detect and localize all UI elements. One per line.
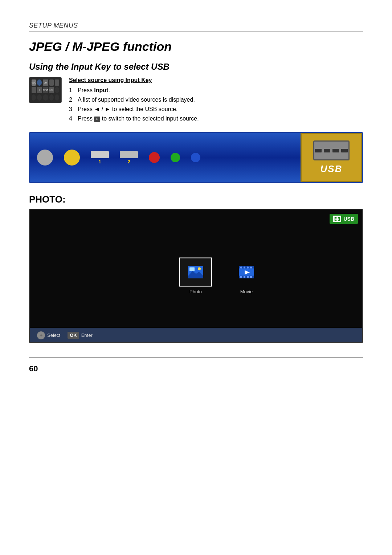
connector-group-7 bbox=[191, 153, 200, 162]
step-2-text: A list of supported video sources is dis… bbox=[78, 97, 195, 103]
instruction-list: 1 Press Input. 2 A list of supported vid… bbox=[69, 87, 363, 122]
bottom-rule bbox=[29, 358, 363, 358]
remote-dot3 bbox=[37, 94, 41, 101]
instruction-step-4: 4 Press ↵ to switch to the selected inpu… bbox=[69, 115, 363, 122]
svg-rect-1 bbox=[338, 217, 340, 221]
remote-vol-btn: VOL bbox=[32, 79, 36, 86]
subsection-title: Using the Input Key to select USB bbox=[29, 62, 363, 72]
remote-btn4: C bbox=[37, 87, 41, 93]
photo-icon-container bbox=[187, 265, 204, 279]
connector-yellow bbox=[64, 150, 80, 166]
media-item-photo: Photo bbox=[179, 258, 212, 294]
photo-screen: USB Photo bbox=[29, 209, 363, 343]
svg-rect-5 bbox=[189, 268, 195, 271]
step-1-text: Press Input. bbox=[78, 87, 110, 94]
bottom-select-btn: ✛ Select bbox=[37, 331, 60, 339]
connector-group-6 bbox=[171, 153, 180, 162]
connector-red bbox=[149, 152, 160, 163]
remote-btn2 bbox=[55, 79, 59, 86]
remote-info-btn: INFO bbox=[49, 87, 54, 93]
num-label-2: 2 bbox=[127, 159, 130, 164]
connector-blue bbox=[191, 153, 200, 162]
remote-dot6 bbox=[55, 94, 59, 101]
usb-badge: USB bbox=[330, 214, 358, 224]
svg-rect-12 bbox=[244, 267, 245, 269]
connector-group-1 bbox=[37, 150, 53, 166]
svg-rect-13 bbox=[247, 267, 249, 269]
remote-dot4 bbox=[43, 94, 48, 101]
step-num-3: 3 bbox=[69, 106, 75, 113]
svg-point-7 bbox=[198, 268, 201, 270]
movie-label: Movie bbox=[240, 289, 253, 294]
remote-ch-btn: CH bbox=[43, 79, 48, 86]
instruction-step-1: 1 Press Input. bbox=[69, 87, 363, 94]
usb-slot-2 bbox=[324, 149, 330, 152]
connector-green bbox=[171, 153, 180, 162]
remote-dot2 bbox=[32, 94, 36, 101]
connector-group-4: 2 bbox=[120, 151, 138, 164]
bottom-bar: ✛ Select OK Enter bbox=[30, 328, 362, 342]
usb-port-image bbox=[313, 140, 350, 160]
photo-icon-svg bbox=[187, 265, 204, 279]
usb-banner: 1 2 bbox=[29, 132, 363, 183]
svg-rect-14 bbox=[250, 267, 252, 269]
dpad-icon: ✛ bbox=[37, 331, 45, 339]
usb-symbol-svg bbox=[334, 216, 340, 221]
step-num-1: 1 bbox=[69, 87, 75, 94]
ok-button: OK bbox=[68, 332, 79, 339]
page-number: 60 bbox=[29, 364, 363, 374]
usb-banner-main: 1 2 bbox=[30, 133, 301, 182]
step-num-2: 2 bbox=[69, 97, 75, 103]
movie-icon-svg bbox=[238, 265, 255, 279]
select-source-heading: Select source using Input Key bbox=[69, 77, 363, 83]
select-label: Select bbox=[47, 332, 60, 338]
svg-rect-11 bbox=[240, 267, 242, 269]
usb-banner-usb-panel: USB bbox=[301, 133, 362, 182]
svg-rect-18 bbox=[250, 276, 252, 278]
usb-slot-3 bbox=[332, 149, 339, 152]
connector-plug2 bbox=[120, 151, 138, 158]
media-item-movie-area bbox=[230, 258, 263, 287]
remote-dot5 bbox=[49, 94, 54, 101]
remote-btn3 bbox=[32, 87, 36, 93]
remote-btn1 bbox=[49, 79, 54, 86]
media-icons-row: Photo bbox=[179, 258, 263, 294]
media-item-photo-box bbox=[179, 258, 212, 287]
connector-group-5 bbox=[149, 152, 160, 163]
connector-group-3: 1 bbox=[91, 151, 109, 164]
top-rule bbox=[29, 32, 363, 32]
setup-menus-label: SETUP MENUS bbox=[29, 22, 363, 29]
connector-plug1 bbox=[91, 151, 109, 158]
svg-rect-0 bbox=[334, 217, 337, 221]
connector-gray bbox=[37, 150, 53, 166]
photo-label: Photo bbox=[189, 289, 202, 294]
svg-rect-17 bbox=[247, 276, 249, 278]
step-num-4: 4 bbox=[69, 115, 75, 122]
remote-dot1 bbox=[55, 87, 59, 93]
enter-label: Enter bbox=[81, 332, 93, 338]
step-4-text: Press ↵ to switch to the selected input … bbox=[78, 115, 199, 122]
usb-slot-4 bbox=[341, 149, 348, 152]
photo-heading: PHOTO: bbox=[29, 194, 363, 205]
enter-key-icon: ↵ bbox=[94, 117, 100, 122]
usb-port-slots bbox=[315, 149, 348, 152]
input-key-area: VOL CH C INPUT INFO Select source using … bbox=[29, 77, 363, 125]
media-item-movie: Movie bbox=[230, 258, 263, 294]
instruction-step-2: 2 A list of supported video sources is d… bbox=[69, 97, 363, 103]
num-label-1: 1 bbox=[98, 159, 101, 164]
usb-label: USB bbox=[320, 163, 343, 175]
svg-rect-15 bbox=[240, 276, 242, 278]
svg-rect-16 bbox=[244, 276, 245, 278]
usb-slot-1 bbox=[315, 149, 322, 152]
bottom-enter-btn: OK Enter bbox=[68, 332, 93, 339]
connector-group-2 bbox=[64, 150, 80, 166]
remote-control-image: VOL CH C INPUT INFO bbox=[29, 77, 62, 103]
section-title: JPEG / M-JPEG function bbox=[29, 40, 363, 54]
step-3-text: Press ◄ / ► to select the USB source. bbox=[78, 106, 177, 113]
instructions-box: Select source using Input Key 1 Press In… bbox=[69, 77, 363, 125]
remote-nav-btn bbox=[37, 79, 41, 86]
usb-badge-label: USB bbox=[343, 216, 354, 222]
remote-input-btn: INPUT bbox=[43, 87, 48, 93]
usb-badge-icon bbox=[333, 216, 341, 222]
instruction-step-3: 3 Press ◄ / ► to select the USB source. bbox=[69, 106, 363, 113]
